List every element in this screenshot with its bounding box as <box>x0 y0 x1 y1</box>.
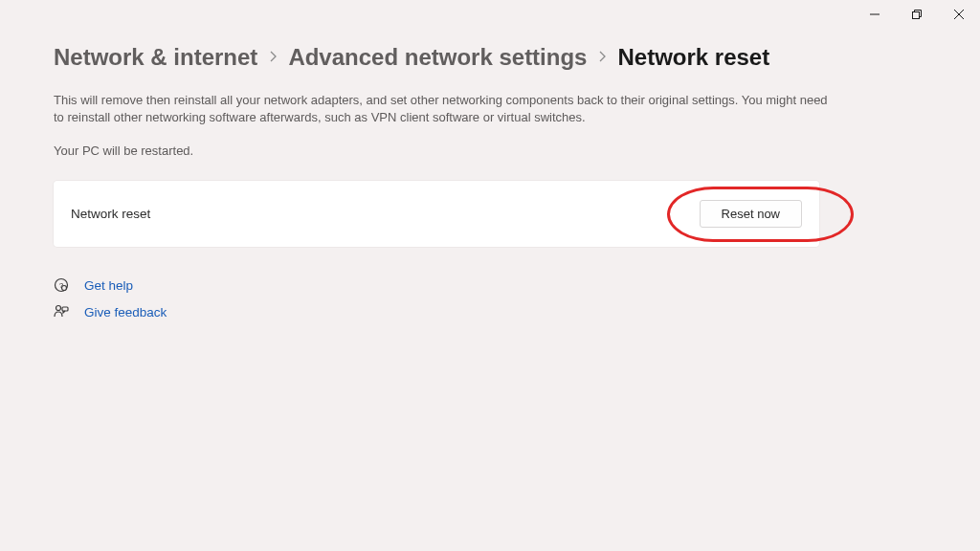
give-feedback-link[interactable]: Give feedback <box>84 305 167 320</box>
feedback-icon <box>54 304 69 320</box>
help-links: ? Get help Give feedback <box>54 277 926 320</box>
svg-rect-8 <box>62 307 68 311</box>
restart-note: Your PC will be restarted. <box>54 143 926 158</box>
network-reset-card: Network reset Reset now <box>54 181 819 247</box>
chevron-right-icon <box>269 50 277 65</box>
close-button[interactable] <box>938 0 980 29</box>
give-feedback-row: Give feedback <box>54 304 926 320</box>
svg-rect-1 <box>913 12 920 19</box>
minimize-button[interactable] <box>854 0 896 29</box>
reset-now-button[interactable]: Reset now <box>700 200 802 228</box>
settings-page: Network & internet Advanced network sett… <box>0 0 980 320</box>
get-help-link[interactable]: Get help <box>84 278 133 293</box>
breadcrumb-advanced-settings[interactable]: Advanced network settings <box>288 44 587 71</box>
chevron-right-icon <box>598 50 606 65</box>
help-icon: ? <box>54 277 69 293</box>
svg-text:?: ? <box>59 281 64 290</box>
get-help-row: ? Get help <box>54 277 926 293</box>
breadcrumb-current: Network reset <box>617 44 769 71</box>
page-description: This will remove then reinstall all your… <box>54 92 838 126</box>
maximize-button[interactable] <box>896 0 938 29</box>
breadcrumb-network-internet[interactable]: Network & internet <box>54 44 257 71</box>
breadcrumb: Network & internet Advanced network sett… <box>54 44 926 71</box>
window-controls <box>854 0 980 29</box>
card-label: Network reset <box>71 207 150 221</box>
svg-point-7 <box>56 306 61 311</box>
